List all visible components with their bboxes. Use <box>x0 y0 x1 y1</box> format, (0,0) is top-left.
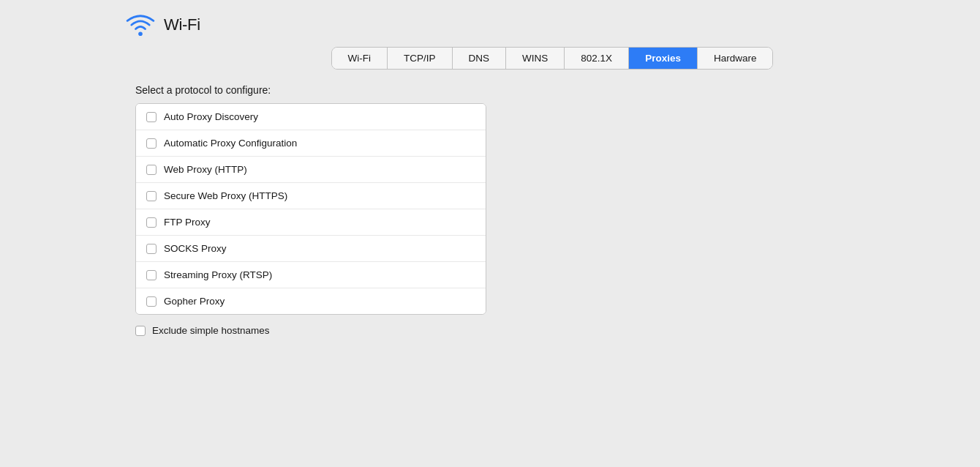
protocol-item-gopher-proxy[interactable]: Gopher Proxy <box>136 288 486 314</box>
protocol-label-auto-proxy-discovery: Auto Proxy Discovery <box>164 111 258 122</box>
exclude-label: Exclude simple hostnames <box>152 325 270 336</box>
protocol-item-web-proxy-http[interactable]: Web Proxy (HTTP) <box>136 157 486 183</box>
tab-bar: Wi-Fi TCP/IP DNS WINS 802.1X Proxies Har… <box>331 47 774 70</box>
checkbox-web-proxy-http[interactable] <box>146 165 157 175</box>
protocol-label-socks-proxy: SOCKS Proxy <box>164 243 227 254</box>
page-title: Wi-Fi <box>164 15 200 34</box>
checkbox-streaming-proxy-rtsp[interactable] <box>146 270 157 280</box>
tab-wifi[interactable]: Wi-Fi <box>332 48 388 69</box>
checkbox-gopher-proxy[interactable] <box>146 296 157 307</box>
header-area: Wi-Fi <box>0 0 200 47</box>
protocol-list: Auto Proxy Discovery Automatic Proxy Con… <box>135 103 486 315</box>
tab-wins[interactable]: WINS <box>506 48 565 69</box>
svg-point-0 <box>138 31 143 36</box>
protocol-label-streaming-proxy-rtsp: Streaming Proxy (RTSP) <box>164 269 272 280</box>
tab-dns[interactable]: DNS <box>453 48 507 69</box>
tab-8021x[interactable]: 802.1X <box>565 48 629 69</box>
protocol-item-automatic-proxy-config[interactable]: Automatic Proxy Configuration <box>136 130 486 157</box>
checkbox-secure-web-proxy-https[interactable] <box>146 191 157 201</box>
protocol-label-secure-web-proxy-https: Secure Web Proxy (HTTPS) <box>164 190 287 201</box>
protocol-item-auto-proxy-discovery[interactable]: Auto Proxy Discovery <box>136 104 486 130</box>
main-content: Select a protocol to configure: Auto Pro… <box>0 84 980 336</box>
tab-tcpip[interactable]: TCP/IP <box>388 48 453 69</box>
checkbox-ftp-proxy[interactable] <box>146 217 157 228</box>
protocol-label-ftp-proxy: FTP Proxy <box>164 217 211 228</box>
protocol-item-streaming-proxy-rtsp[interactable]: Streaming Proxy (RTSP) <box>136 262 486 288</box>
protocol-item-secure-web-proxy-https[interactable]: Secure Web Proxy (HTTPS) <box>136 183 486 209</box>
wifi-icon <box>124 13 157 37</box>
protocol-label-automatic-proxy-config: Automatic Proxy Configuration <box>164 138 297 149</box>
tab-bar-wrapper: Wi-Fi TCP/IP DNS WINS 802.1X Proxies Har… <box>0 47 980 70</box>
tab-proxies[interactable]: Proxies <box>629 48 698 69</box>
checkbox-automatic-proxy-config[interactable] <box>146 138 157 149</box>
protocol-label-web-proxy-http: Web Proxy (HTTP) <box>164 164 247 175</box>
protocol-item-socks-proxy[interactable]: SOCKS Proxy <box>136 236 486 262</box>
tab-hardware[interactable]: Hardware <box>698 48 773 69</box>
protocol-label-gopher-proxy: Gopher Proxy <box>164 296 225 307</box>
page-container: Wi-Fi Wi-Fi TCP/IP DNS WINS 802.1X Proxi… <box>0 0 980 467</box>
checkbox-auto-proxy-discovery[interactable] <box>146 112 157 122</box>
exclude-row[interactable]: Exclude simple hostnames <box>135 325 980 336</box>
protocol-item-ftp-proxy[interactable]: FTP Proxy <box>136 209 486 236</box>
section-label: Select a protocol to configure: <box>135 84 980 96</box>
checkbox-socks-proxy[interactable] <box>146 244 157 254</box>
checkbox-exclude-hostnames[interactable] <box>135 326 146 336</box>
